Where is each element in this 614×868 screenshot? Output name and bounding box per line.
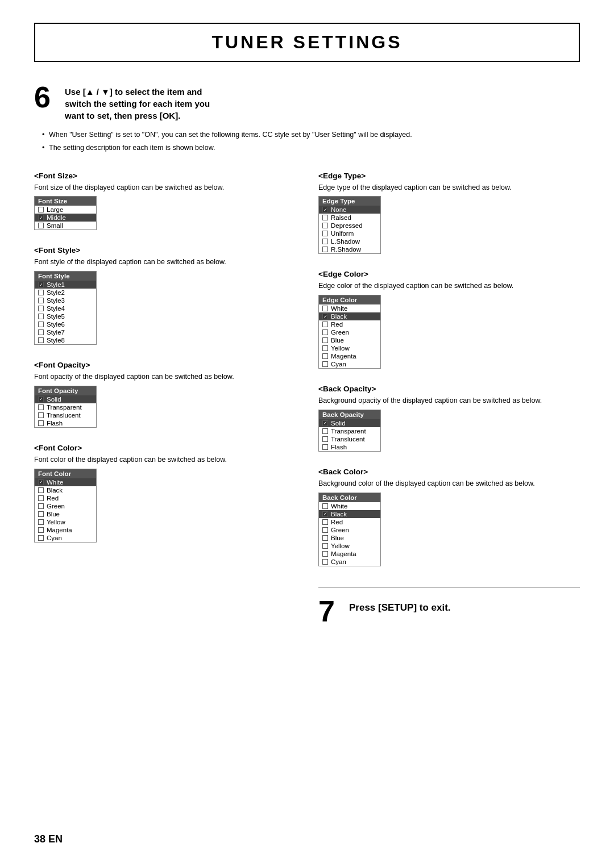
- back-color-item-blue: Blue: [319, 534, 380, 542]
- back-color-checkbox-green: [322, 527, 328, 533]
- edge-type-checkbox-raised: [322, 215, 328, 220]
- font-style-item-style7: Style7: [35, 328, 96, 336]
- back-opacity-box: Back Opacity Solid Transparent Transluce…: [318, 410, 381, 452]
- edge-color-item-magenta: Magenta: [319, 352, 380, 360]
- bullet-notes: When "User Setting" is set to "ON", you …: [42, 130, 580, 153]
- edge-type-desc: Edge type of the displayed caption can b…: [318, 182, 580, 193]
- back-opacity-checkbox-solid: [322, 420, 328, 426]
- font-color-item-white: White: [35, 478, 96, 486]
- back-color-heading: Back Color: [318, 468, 580, 476]
- back-color-desc: Background color of the displayed captio…: [318, 478, 580, 489]
- back-color-box-header: Back Color: [319, 493, 380, 502]
- font-color-item-red: Red: [35, 494, 96, 502]
- back-opacity-box-header: Back Opacity: [319, 410, 380, 419]
- edge-color-item-cyan: Cyan: [319, 360, 380, 368]
- back-opacity-item-transparent: Transparent: [319, 427, 380, 435]
- step7-text: Press [SETUP] to exit.: [349, 596, 451, 614]
- col-right: Edge Type Edge type of the displayed cap…: [318, 162, 580, 626]
- edge-color-desc: Edge color of the displayed caption can …: [318, 281, 580, 291]
- content-columns: Font Size Font size of the displayed cap…: [34, 162, 580, 626]
- bullet1: When "User Setting" is set to "ON", you …: [42, 130, 580, 140]
- edge-type-checkbox-uniform: [322, 231, 328, 236]
- font-style-item-style3: Style3: [35, 297, 96, 304]
- back-color-item-cyan: Cyan: [319, 558, 380, 566]
- back-opacity-item-solid: Solid: [319, 419, 380, 427]
- step7-section: 7 Press [SETUP] to exit.: [318, 587, 580, 626]
- step6-header: 6 Use [▲ / ▼] to select the item and swi…: [34, 82, 580, 122]
- font-color-checkbox-white: [38, 479, 44, 485]
- font-opacity-box-header: Font Opacity: [35, 386, 96, 395]
- font-color-item-blue: Blue: [35, 510, 96, 518]
- font-size-checkbox-small: [38, 223, 44, 228]
- font-style-box-header: Font Style: [35, 272, 96, 281]
- edge-color-checkbox-blue: [322, 337, 328, 343]
- font-size-checkbox-large: [38, 207, 44, 212]
- back-opacity-checkbox-translucent: [322, 436, 328, 442]
- edge-color-checkbox-white: [322, 306, 328, 311]
- edge-color-checkbox-magenta: [322, 353, 328, 359]
- font-style-item-style1: Style1: [35, 281, 96, 289]
- font-opacity-heading: Font Opacity: [34, 361, 296, 369]
- edge-type-item-lshadow: L.Shadow: [319, 237, 380, 245]
- back-color-item-red: Red: [319, 518, 380, 526]
- font-opacity-checkbox-translucent: [38, 412, 44, 418]
- font-size-heading: Font Size: [34, 172, 296, 180]
- font-color-checkbox-cyan: [38, 535, 44, 541]
- edge-type-box-header: Edge Type: [319, 197, 380, 206]
- back-color-item-white: White: [319, 502, 380, 510]
- font-style-checkbox-style8: [38, 337, 44, 343]
- edge-type-item-depressed: Depressed: [319, 222, 380, 229]
- step6-text: Use [▲ / ▼] to select the item and switc…: [65, 82, 210, 122]
- back-opacity-item-translucent: Translucent: [319, 435, 380, 443]
- edge-color-checkbox-black: [322, 314, 328, 319]
- edge-color-item-white: White: [319, 304, 380, 312]
- font-style-item-style4: Style4: [35, 304, 96, 312]
- edge-type-checkbox-lshadow: [322, 239, 328, 244]
- edge-color-item-red: Red: [319, 320, 380, 328]
- font-opacity-checkbox-transparent: [38, 404, 44, 410]
- edge-type-section: Edge Type Edge type of the displayed cap…: [318, 172, 580, 261]
- step6-number: 6: [34, 82, 57, 122]
- font-style-checkbox-style1: [38, 282, 44, 287]
- back-color-box: Back Color White Black Red: [318, 493, 381, 566]
- font-size-item-large: Large: [35, 206, 96, 214]
- font-style-checkbox-style3: [38, 298, 44, 303]
- back-color-item-green: Green: [319, 526, 380, 534]
- font-opacity-checkbox-solid: [38, 397, 44, 402]
- back-color-item-black: Black: [319, 510, 380, 518]
- step7-number: 7: [318, 596, 341, 626]
- font-size-box-header: Font Size: [35, 197, 96, 206]
- font-color-checkbox-red: [38, 495, 44, 501]
- font-style-heading: Font Style: [34, 246, 296, 254]
- font-color-checkbox-green: [38, 503, 44, 509]
- back-color-checkbox-magenta: [322, 551, 328, 557]
- font-opacity-item-flash: Flash: [35, 419, 96, 427]
- font-style-checkbox-style2: [38, 290, 44, 295]
- font-opacity-checkbox-flash: [38, 420, 44, 426]
- font-size-box: Font Size Large Middle Small: [34, 196, 97, 230]
- font-style-item-style5: Style5: [35, 312, 96, 320]
- bullet2: The setting description for each item is…: [42, 143, 580, 153]
- step6-line2: switch the setting for each item you: [65, 98, 210, 110]
- font-style-checkbox-style5: [38, 314, 44, 319]
- font-color-heading: Font Color: [34, 444, 296, 452]
- page-number: 38 EN: [34, 833, 63, 845]
- font-size-section: Font Size Font size of the displayed cap…: [34, 172, 296, 237]
- edge-color-item-yellow: Yellow: [319, 344, 380, 352]
- font-size-desc: Font size of the displayed caption can b…: [34, 182, 296, 193]
- font-style-box: Font Style Style1 Style2 Style3: [34, 271, 97, 345]
- font-color-checkbox-blue: [38, 511, 44, 517]
- page-title-wrapper: TUNER SETTINGS: [34, 23, 580, 62]
- edge-type-checkbox-none: [322, 207, 328, 212]
- edge-color-checkbox-cyan: [322, 361, 328, 367]
- font-opacity-desc: Font opacity of the displayed caption ca…: [34, 372, 296, 382]
- font-style-checkbox-style4: [38, 306, 44, 311]
- back-color-item-yellow: Yellow: [319, 542, 380, 550]
- edge-color-checkbox-yellow: [322, 345, 328, 351]
- font-opacity-item-solid: Solid: [35, 395, 96, 403]
- edge-type-checkbox-rshadow: [322, 247, 328, 252]
- font-style-item-style6: Style6: [35, 320, 96, 328]
- font-color-box: Font Color White Black Red: [34, 469, 97, 542]
- font-size-item-middle: Middle: [35, 214, 96, 222]
- font-style-checkbox-style6: [38, 322, 44, 327]
